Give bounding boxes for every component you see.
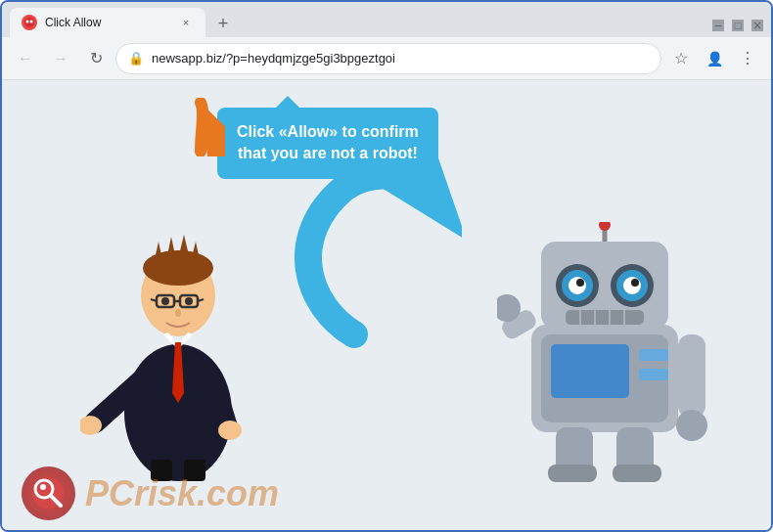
svg-line-24 [212, 378, 227, 427]
svg-point-7 [143, 250, 213, 286]
maximize-button[interactable]: □ [732, 20, 744, 31]
watermark: PCrisk.com [22, 466, 279, 520]
orange-arrow [176, 98, 225, 160]
svg-rect-32 [639, 369, 668, 380]
tab-favicon [22, 15, 37, 30]
svg-point-25 [218, 421, 242, 440]
svg-point-40 [576, 279, 584, 287]
svg-point-0 [24, 18, 34, 27]
callout-text-line1: Click «Allow» to confirm [237, 123, 419, 140]
back-icon: ← [18, 50, 33, 67]
new-tab-button[interactable]: + [209, 10, 237, 37]
watermark-text: PCrisk.com [85, 473, 279, 514]
svg-point-41 [631, 279, 639, 287]
svg-point-2 [30, 21, 33, 23]
pcrisk-logo [22, 466, 75, 520]
svg-rect-51 [678, 334, 705, 418]
svg-rect-55 [548, 465, 597, 482]
window-controls: − □ × [712, 20, 763, 37]
tab-close-button[interactable]: × [178, 15, 194, 30]
minimize-button[interactable]: − [712, 20, 724, 31]
svg-point-43 [599, 222, 611, 231]
person-illustration [80, 198, 276, 471]
url-text: newsapp.biz/?p=heydqmjzge5gi3bpgeztgoi [152, 51, 649, 66]
title-bar: Click Allow × + − □ × [2, 2, 771, 37]
svg-rect-56 [613, 465, 661, 482]
callout-text-line2: that you are not a robot! [238, 145, 418, 161]
bookmark-button[interactable]: ☆ [665, 43, 697, 74]
svg-rect-30 [551, 344, 629, 398]
address-bar[interactable]: 🔒 newsapp.biz/?p=heydqmjzge5gi3bpgeztgoi [115, 43, 661, 74]
svg-marker-9 [166, 237, 176, 260]
callout-bubble: Click «Allow» to confirm that you are no… [217, 108, 438, 179]
svg-point-60 [40, 484, 46, 490]
watermark-prefix: PC [85, 473, 134, 513]
lock-icon: 🔒 [128, 51, 144, 66]
profile-button[interactable]: 👤 [699, 43, 730, 74]
menu-icon: ⋮ [740, 49, 755, 67]
star-icon: ☆ [674, 49, 688, 67]
robot-illustration [497, 222, 712, 476]
forward-button[interactable]: → [45, 43, 76, 74]
active-tab[interactable]: Click Allow × [10, 8, 205, 37]
nav-bar: ← → ↻ 🔒 newsapp.biz/?p=heydqmjzge5gi3bpg… [2, 37, 771, 80]
window-close-button[interactable]: × [751, 20, 763, 31]
svg-point-17 [161, 297, 169, 305]
svg-point-1 [26, 21, 29, 23]
svg-rect-31 [639, 349, 668, 361]
blue-curved-arrow [266, 158, 462, 354]
browser-window: Click Allow × + − □ × ← → ↻ 🔒 newsapp.bi… [0, 0, 773, 532]
nav-actions: ☆ 👤 ⋮ [665, 43, 763, 74]
svg-point-38 [568, 277, 586, 294]
svg-point-39 [623, 277, 641, 294]
forward-icon: → [53, 50, 68, 67]
refresh-icon: ↻ [90, 49, 103, 67]
back-button[interactable]: ← [10, 43, 41, 74]
refresh-button[interactable]: ↻ [80, 43, 112, 74]
watermark-suffix: risk.com [134, 473, 279, 513]
svg-rect-44 [566, 310, 644, 325]
svg-point-52 [676, 410, 707, 441]
svg-point-18 [185, 297, 193, 305]
menu-button[interactable]: ⋮ [732, 43, 763, 74]
tab-title-text: Click Allow [45, 16, 170, 29]
content-area: Click «Allow» to confirm that you are no… [2, 80, 771, 530]
svg-point-19 [175, 309, 181, 317]
svg-marker-10 [178, 235, 190, 259]
profile-icon: 👤 [706, 51, 723, 66]
